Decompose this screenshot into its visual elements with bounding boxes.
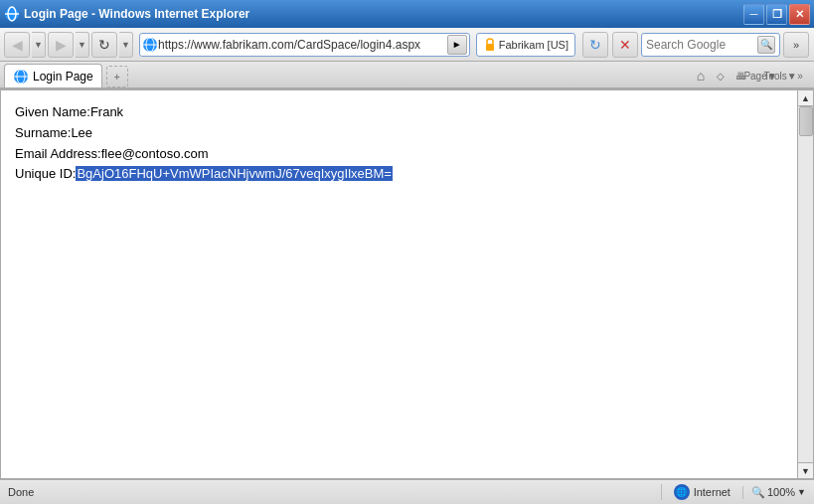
close-button[interactable]: ✕ bbox=[789, 4, 810, 25]
window-controls: ─ ❐ ✕ bbox=[743, 4, 810, 25]
search-icon: 🔍 bbox=[760, 39, 772, 50]
zoom-dropdown-icon[interactable]: ▼ bbox=[797, 487, 806, 497]
refresh-action-button[interactable]: ↻ bbox=[582, 32, 608, 58]
refresh-icon: ↻ bbox=[98, 37, 110, 53]
surname-value: Lee bbox=[71, 125, 92, 140]
unique-id-line: Unique ID:BgAjO16FHqU+VmWPIacNHjvwmJ/67v… bbox=[15, 164, 783, 185]
given-name-line: Given Name:Frank bbox=[15, 102, 783, 123]
forward-icon: ▶ bbox=[56, 37, 67, 53]
address-go-button[interactable]: ► bbox=[447, 35, 467, 55]
surname-label: Surname: bbox=[15, 125, 71, 140]
scroll-thumb[interactable] bbox=[799, 106, 813, 136]
back-button[interactable]: ◀ bbox=[4, 32, 30, 58]
minimize-button[interactable]: ─ bbox=[743, 4, 764, 25]
tab-label: Login Page bbox=[33, 70, 93, 84]
more-options-button[interactable]: » bbox=[790, 66, 810, 85]
refresh-action-icon: ↻ bbox=[589, 37, 601, 53]
email-line: Email Address:flee@contoso.com bbox=[15, 144, 783, 165]
forward-dropdown[interactable]: ▼ bbox=[76, 32, 89, 58]
restore-button[interactable]: ❐ bbox=[766, 4, 787, 25]
email-value: flee@contoso.com bbox=[101, 146, 209, 161]
zoom-icon: 🔍 bbox=[751, 486, 765, 499]
window-title: Login Page - Windows Internet Explorer bbox=[24, 7, 743, 21]
tools-dropdown-button[interactable]: Tools▼ bbox=[770, 66, 790, 85]
tab-favicon-icon bbox=[13, 69, 29, 84]
tab-bar-right: ⌂ ◇ 🖶 Page▼ Tools▼ » bbox=[128, 66, 810, 87]
zone-label: Internet bbox=[694, 486, 731, 498]
svg-rect-6 bbox=[486, 44, 494, 51]
ie-logo-icon bbox=[4, 6, 20, 22]
page-content: Given Name:Frank Surname:Lee Email Addre… bbox=[1, 90, 797, 478]
zone-icon: 🌐 bbox=[674, 484, 690, 500]
back-dropdown[interactable]: ▼ bbox=[32, 32, 46, 58]
scroll-down-button[interactable]: ▼ bbox=[798, 462, 814, 478]
tab-bar: Login Page + ⌂ ◇ 🖶 Page▼ Tools▼ » bbox=[0, 62, 814, 89]
unique-id-value: BgAjO16FHqU+VmWPIacNHjvwmJ/67veqIxygIlxe… bbox=[76, 166, 392, 181]
search-button[interactable]: 🔍 bbox=[757, 36, 775, 54]
back-icon: ◀ bbox=[12, 37, 23, 53]
home-button[interactable]: ⌂ bbox=[691, 66, 711, 85]
address-input[interactable] bbox=[158, 38, 447, 52]
status-zoom[interactable]: 🔍 100% ▼ bbox=[742, 486, 814, 499]
email-label: Email Address: bbox=[15, 146, 101, 161]
refresh-dropdown[interactable]: ▼ bbox=[119, 32, 133, 58]
more-tools-button[interactable]: » bbox=[783, 32, 809, 58]
title-bar: Login Page - Windows Internet Explorer ─… bbox=[0, 0, 814, 28]
scroll-up-button[interactable]: ▲ bbox=[798, 90, 814, 106]
search-input[interactable] bbox=[646, 38, 757, 52]
given-name-value: Frank bbox=[90, 104, 123, 119]
status-text: Done bbox=[0, 486, 661, 498]
scroll-track[interactable] bbox=[798, 106, 813, 462]
stop-button[interactable]: ✕ bbox=[612, 32, 638, 58]
navigation-bar: ◀ ▼ ▶ ▼ ↻ ▼ ► Fabrikam [US] ↻ ✕ bbox=[0, 28, 814, 62]
security-badge[interactable]: Fabrikam [US] bbox=[476, 33, 575, 57]
refresh-button[interactable]: ↻ bbox=[91, 32, 117, 58]
status-bar: Done 🌐 Internet 🔍 100% ▼ bbox=[0, 479, 814, 504]
new-tab-icon: + bbox=[114, 71, 120, 83]
page-icon bbox=[142, 37, 158, 53]
tools-label: Tools bbox=[763, 71, 786, 82]
surname-line: Surname:Lee bbox=[15, 123, 783, 144]
unique-id-label: Unique ID: bbox=[15, 166, 76, 181]
security-badge-text: Fabrikam [US] bbox=[499, 39, 569, 51]
forward-button[interactable]: ▶ bbox=[48, 32, 74, 58]
search-bar[interactable]: 🔍 bbox=[641, 33, 780, 57]
browser-content: Given Name:Frank Surname:Lee Email Addre… bbox=[0, 89, 814, 479]
status-zone: 🌐 Internet bbox=[661, 484, 742, 500]
new-tab-button[interactable]: + bbox=[106, 66, 128, 87]
zoom-level: 100% bbox=[767, 486, 795, 498]
vertical-scrollbar[interactable]: ▲ ▼ bbox=[797, 90, 813, 478]
stop-icon: ✕ bbox=[619, 37, 631, 53]
lock-icon bbox=[483, 38, 497, 52]
tab-login-page[interactable]: Login Page bbox=[4, 64, 102, 87]
feeds-button[interactable]: ◇ bbox=[711, 66, 731, 85]
more-icon: » bbox=[793, 39, 799, 51]
address-bar[interactable]: ► bbox=[139, 33, 470, 57]
given-name-label: Given Name: bbox=[15, 104, 90, 119]
